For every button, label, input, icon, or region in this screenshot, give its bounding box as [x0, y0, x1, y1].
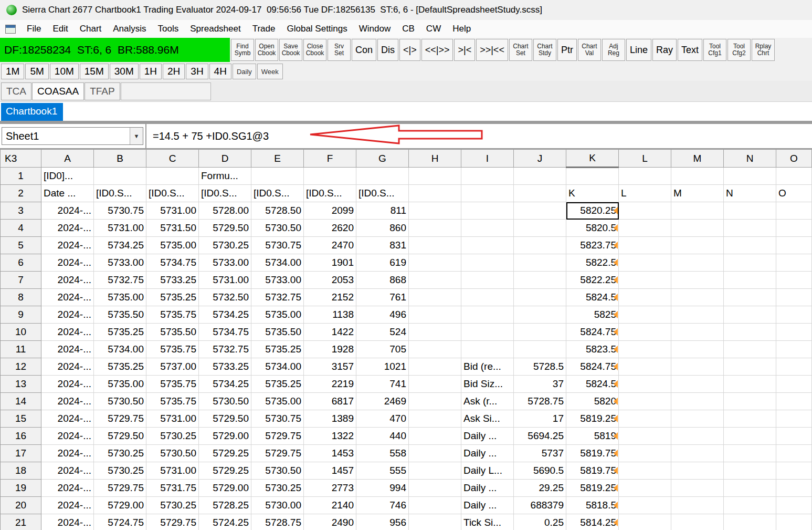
cell-e3[interactable]: 5728.50 — [251, 202, 304, 220]
cell-h19[interactable] — [409, 480, 461, 497]
cell-n16[interactable] — [724, 428, 776, 445]
cell-d2[interactable]: [ID0.S... — [199, 185, 251, 202]
cell-a6[interactable]: 2024-... — [41, 254, 94, 272]
cell-j4[interactable] — [514, 220, 566, 237]
cell-k20[interactable]: 5818.5 — [566, 497, 619, 514]
cell-d13[interactable]: 5734.25 — [199, 376, 251, 393]
cell-l1[interactable] — [619, 168, 671, 185]
menu-cb[interactable]: CB — [396, 24, 420, 34]
cell-k21[interactable]: 5814.25 — [566, 514, 619, 530]
cell-e6[interactable]: 5734.00 — [251, 254, 304, 272]
cell-o16[interactable] — [776, 428, 812, 445]
cell-d5[interactable]: 5730.25 — [199, 237, 251, 254]
cell-f7[interactable]: 2053 — [304, 272, 356, 289]
cell-g6[interactable]: 619 — [356, 254, 409, 272]
timeframe-1h-button[interactable]: 1H — [140, 64, 162, 79]
cell-d7[interactable]: 5731.00 — [199, 272, 251, 289]
cell-f9[interactable]: 1138 — [304, 306, 356, 324]
cell-l2[interactable]: L — [619, 185, 671, 202]
menu-file[interactable]: File — [21, 24, 47, 34]
cell-m8[interactable] — [671, 289, 724, 306]
cell-a2[interactable]: Date ... — [41, 185, 94, 202]
cell-e11[interactable]: 5735.25 — [251, 341, 304, 358]
cell-j21[interactable]: 0.25 — [514, 514, 566, 530]
cell-e10[interactable]: 5735.50 — [251, 324, 304, 341]
cell-c1[interactable] — [146, 168, 199, 185]
row-header-6[interactable]: 6 — [1, 254, 41, 272]
cell-e12[interactable]: 5734.00 — [251, 358, 304, 376]
cell-k5[interactable]: 5823.75 — [566, 237, 619, 254]
cell-b18[interactable]: 5730.25 — [94, 462, 146, 480]
cell-b16[interactable]: 5729.50 — [94, 428, 146, 445]
menu-cw[interactable]: CW — [420, 24, 447, 34]
cell-l17[interactable] — [619, 445, 671, 462]
find-symbol-button[interactable]: Find Symb — [231, 39, 254, 61]
cell-k3[interactable]: 5820.25 — [566, 202, 619, 220]
cell-f15[interactable]: 1389 — [304, 410, 356, 428]
cell-d4[interactable]: 5729.50 — [199, 220, 251, 237]
cell-g15[interactable]: 470 — [356, 410, 409, 428]
cell-g8[interactable]: 761 — [356, 289, 409, 306]
cell-i4[interactable] — [461, 220, 514, 237]
menu-chart[interactable]: Chart — [74, 24, 108, 34]
menu-analysis[interactable]: Analysis — [107, 24, 152, 34]
cell-c18[interactable]: 5731.00 — [146, 462, 199, 480]
cell-c13[interactable]: 5735.75 — [146, 376, 199, 393]
cell-c20[interactable]: 5730.25 — [146, 497, 199, 514]
cell-j7[interactable] — [514, 272, 566, 289]
cell-e20[interactable]: 5730.00 — [251, 497, 304, 514]
cell-h15[interactable] — [409, 410, 461, 428]
cell-n1[interactable] — [724, 168, 776, 185]
cell-c8[interactable]: 5735.25 — [146, 289, 199, 306]
row-header-20[interactable]: 20 — [1, 497, 41, 514]
cell-a19[interactable]: 2024-... — [41, 480, 94, 497]
cell-e21[interactable]: 5728.75 — [251, 514, 304, 530]
cell-b8[interactable]: 5735.00 — [94, 289, 146, 306]
cell-g7[interactable]: 868 — [356, 272, 409, 289]
cell-l16[interactable] — [619, 428, 671, 445]
column-header-g[interactable]: G — [356, 150, 409, 168]
cell-j5[interactable] — [514, 237, 566, 254]
cell-a21[interactable]: 2024-... — [41, 514, 94, 530]
cell-c9[interactable]: 5735.75 — [146, 306, 199, 324]
cell-b15[interactable]: 5729.75 — [94, 410, 146, 428]
cell-d14[interactable]: 5730.50 — [199, 393, 251, 410]
cell-m5[interactable] — [671, 237, 724, 254]
cell-f2[interactable]: [ID0.S... — [304, 185, 356, 202]
cell-g16[interactable]: 440 — [356, 428, 409, 445]
column-header-m[interactable]: M — [671, 150, 724, 168]
menu-edit[interactable]: Edit — [47, 24, 73, 34]
cell-a20[interactable]: 2024-... — [41, 497, 94, 514]
cell-l10[interactable] — [619, 324, 671, 341]
cell-o20[interactable] — [776, 497, 812, 514]
cell-i15[interactable]: Ask Si... — [461, 410, 514, 428]
cell-j3[interactable] — [514, 202, 566, 220]
cell-l14[interactable] — [619, 393, 671, 410]
timeframe-3h-button[interactable]: 3H — [186, 64, 208, 79]
cell-i16[interactable]: Daily ... — [461, 428, 514, 445]
cell-h4[interactable] — [409, 220, 461, 237]
row-header-1[interactable]: 1 — [1, 168, 41, 185]
cell-e19[interactable]: 5730.25 — [251, 480, 304, 497]
cell-a4[interactable]: 2024-... — [41, 220, 94, 237]
timeframe-10m-button[interactable]: 10M — [50, 64, 79, 79]
cell-e5[interactable]: 5730.75 — [251, 237, 304, 254]
cell-a10[interactable]: 2024-... — [41, 324, 94, 341]
cell-g4[interactable]: 860 — [356, 220, 409, 237]
cell-o18[interactable] — [776, 462, 812, 480]
column-header-l[interactable]: L — [619, 150, 671, 168]
cell-o6[interactable] — [776, 254, 812, 272]
cell-c5[interactable]: 5735.00 — [146, 237, 199, 254]
cell-h11[interactable] — [409, 341, 461, 358]
column-header-c[interactable]: C — [146, 150, 199, 168]
chart-study-button[interactable]: Chart Stdy — [533, 39, 556, 61]
cell-e7[interactable]: 5733.00 — [251, 272, 304, 289]
chart-window-icon[interactable] — [5, 25, 16, 34]
cell-j12[interactable]: 5728.5 — [514, 358, 566, 376]
cell-n12[interactable] — [724, 358, 776, 376]
row-header-7[interactable]: 7 — [1, 272, 41, 289]
row-header-14[interactable]: 14 — [1, 393, 41, 410]
cell-h18[interactable] — [409, 462, 461, 480]
cell-j8[interactable] — [514, 289, 566, 306]
row-header-4[interactable]: 4 — [1, 220, 41, 237]
